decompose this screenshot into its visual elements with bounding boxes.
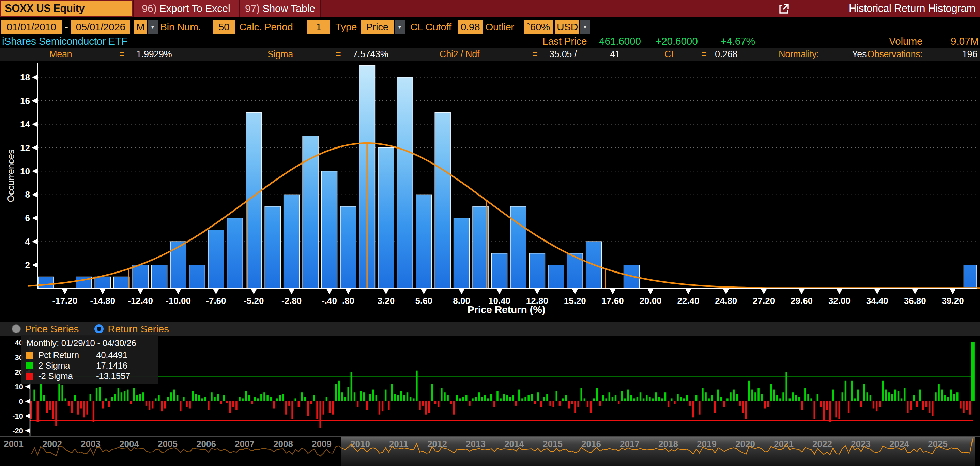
- return-bar: [916, 401, 918, 407]
- observations-value: 196: [954, 49, 977, 59]
- outlier-label: Outlier: [485, 20, 514, 34]
- return-bar: [845, 381, 847, 401]
- outlier-field[interactable]: `60%: [524, 20, 553, 34]
- return-bar: [360, 391, 362, 401]
- x-tick-label: -12.40: [128, 296, 153, 306]
- return-bar: [269, 397, 272, 401]
- histogram-bar: [435, 113, 450, 288]
- y-tick-icon: [25, 414, 30, 418]
- return-bar: [848, 401, 850, 413]
- return-bar: [695, 396, 697, 401]
- return-bar: [870, 396, 872, 401]
- return-bar: [366, 401, 368, 410]
- normality-value: Yes: [852, 49, 867, 59]
- period-field[interactable]: M: [134, 20, 147, 34]
- mean-value: 1.9929%: [136, 49, 172, 59]
- return-bar: [152, 401, 154, 409]
- return-bar: [720, 397, 722, 401]
- return-bar: [662, 398, 663, 401]
- open-external-icon[interactable]: [778, 3, 790, 15]
- return-bar: [105, 398, 107, 401]
- return-bar: [46, 401, 48, 413]
- return-bar: [923, 401, 924, 410]
- return-bar: [83, 401, 85, 417]
- return-bar: [133, 388, 135, 401]
- type-caret-icon[interactable]: ▼: [395, 20, 405, 34]
- return-bar: [686, 396, 688, 401]
- return-bar: [829, 401, 831, 422]
- radio-selected-icon[interactable]: [94, 324, 103, 334]
- return-bar: [643, 398, 645, 401]
- return-bar: [239, 397, 240, 401]
- year-label: 2006: [196, 439, 216, 449]
- currency-caret-icon[interactable]: ▼: [580, 20, 590, 34]
- return-bar: [99, 386, 101, 401]
- return-bar: [926, 401, 928, 407]
- y-tick-label: 6: [25, 213, 30, 223]
- calc-period-label: Calc. Period: [239, 20, 293, 34]
- cl-cutoff-field[interactable]: 0.98: [458, 20, 482, 34]
- histogram-bar: [397, 77, 413, 288]
- show-table-button[interactable]: 97)Show Table: [239, 0, 321, 17]
- currency-select[interactable]: USD: [555, 20, 579, 34]
- return-bar: [739, 401, 741, 406]
- return-bar: [382, 401, 384, 412]
- x-tick-label: -14.80: [90, 296, 115, 306]
- return-bar: [388, 401, 390, 410]
- calc-period-field[interactable]: 1: [307, 20, 330, 34]
- return-bar: [204, 397, 207, 401]
- return-bar: [161, 401, 163, 412]
- x-tick-icon: [345, 289, 351, 294]
- return-bar: [149, 401, 151, 410]
- return-bar: [186, 401, 188, 407]
- radio-price-series[interactable]: Price Series: [11, 323, 79, 335]
- return-bar: [332, 401, 334, 415]
- histogram-bar: [529, 253, 545, 288]
- legend-swatch-icon: [26, 362, 33, 369]
- x-tick-icon: [912, 289, 918, 294]
- radio-return-series[interactable]: Return Series: [94, 323, 169, 335]
- radio-unselected-icon[interactable]: [11, 324, 21, 334]
- button-label: Show Table: [262, 3, 315, 14]
- equals: =: [336, 49, 341, 59]
- return-bar: [155, 398, 157, 401]
- x-tick-label: -17.20: [52, 296, 78, 306]
- bin-num-field[interactable]: 50: [213, 20, 235, 34]
- export-to-excel-button[interactable]: 96)Export To Excel: [133, 0, 239, 17]
- histogram-bar: [548, 265, 564, 288]
- sparkline-dim: [31, 446, 342, 456]
- return-bar: [481, 397, 483, 401]
- return-bar: [515, 401, 517, 406]
- return-bar: [730, 393, 732, 401]
- date-from-field[interactable]: 01/01/2010: [1, 20, 62, 34]
- return-bar: [453, 401, 455, 415]
- chi2-ndf: 41: [610, 49, 620, 59]
- return-bar: [671, 398, 673, 401]
- return-bar: [801, 401, 803, 410]
- year-label: 2005: [158, 439, 178, 449]
- return-bar: [652, 398, 654, 401]
- year-label: 2018: [658, 439, 678, 449]
- observations-label: Observations:: [867, 49, 923, 59]
- return-bar: [211, 393, 213, 401]
- ticker-input[interactable]: SOXX US Equity: [2, 1, 132, 16]
- period-caret-icon[interactable]: ▼: [148, 20, 158, 34]
- histogram-bar: [416, 194, 432, 288]
- bin-num-label: Bin Num.: [160, 20, 201, 34]
- return-bar: [602, 396, 604, 401]
- return-bar: [310, 401, 312, 404]
- x-tick-label: -5.20: [243, 296, 264, 306]
- return-bar: [43, 396, 45, 401]
- x-tick-icon: [610, 289, 616, 294]
- return-bar: [260, 394, 262, 402]
- sigma-value: 7.5743%: [353, 49, 388, 59]
- year-label: 2019: [697, 439, 717, 449]
- x-tick-icon: [251, 289, 256, 294]
- return-bar: [891, 394, 893, 402]
- radio-label: Price Series: [25, 323, 79, 335]
- type-select[interactable]: Price: [361, 20, 394, 34]
- return-bar: [972, 342, 975, 401]
- date-to-field[interactable]: 05/01/2026: [71, 20, 130, 34]
- return-bar: [102, 401, 104, 409]
- return-bar: [304, 397, 306, 401]
